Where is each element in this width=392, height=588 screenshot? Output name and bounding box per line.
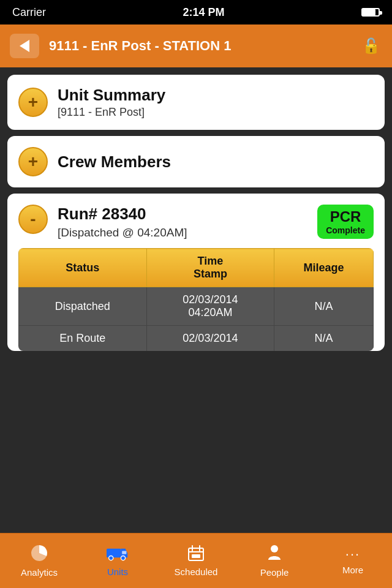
carrier-label: Carrier xyxy=(12,6,46,19)
pcr-label: PCR xyxy=(326,208,365,225)
cell-status: Dispatched xyxy=(19,287,147,326)
cell-mileage: N/A xyxy=(274,287,374,326)
status-indicators xyxy=(361,8,380,17)
nav-item-people[interactable]: People xyxy=(235,539,314,582)
scheduled-label: Scheduled xyxy=(175,567,218,577)
analytics-icon xyxy=(30,544,48,565)
more-icon: ··· xyxy=(345,546,360,562)
header-title: 9111 - EnR Post - STATION 1 xyxy=(49,38,350,54)
run-text: Run# 28340 [Dispatched @ 04:20AM] xyxy=(58,205,307,239)
unit-summary-subtitle: [9111 - EnR Post] xyxy=(58,106,374,119)
col-timestamp: TimeStamp xyxy=(146,249,274,287)
cell-mileage: N/A xyxy=(274,326,374,352)
svg-rect-9 xyxy=(192,554,200,558)
svg-point-2 xyxy=(109,556,113,560)
nav-item-more[interactable]: ··· More xyxy=(314,541,392,580)
cell-timestamp: 02/03/2014 xyxy=(146,326,274,352)
unit-summary-expand-button[interactable]: + xyxy=(18,88,48,117)
header: 9111 - EnR Post - STATION 1 🔓 xyxy=(0,24,392,67)
back-button[interactable] xyxy=(10,34,39,58)
svg-point-10 xyxy=(271,545,278,552)
time-label: 2:14 PM xyxy=(183,6,224,19)
people-icon xyxy=(266,544,283,565)
pcr-badge[interactable]: PCR Complete xyxy=(317,205,374,239)
units-label: Units xyxy=(107,567,128,577)
unit-summary-title: Unit Summary xyxy=(58,86,374,105)
cell-status: En Route xyxy=(19,326,147,352)
status-bar: Carrier 2:14 PM xyxy=(0,0,392,24)
bottom-nav: Analytics Units Scheduled xyxy=(0,533,392,588)
crew-members-text: Crew Members xyxy=(58,153,374,172)
people-label: People xyxy=(260,567,289,578)
col-status: Status xyxy=(19,249,147,287)
scheduled-icon xyxy=(187,545,205,564)
run-table: Status TimeStamp Mileage Dispatched02/03… xyxy=(18,248,374,351)
battery-icon xyxy=(361,8,380,17)
table-row: Dispatched02/03/201404:20AMN/A xyxy=(19,287,374,326)
run-expand-button[interactable]: - xyxy=(18,205,48,234)
run-card: - Run# 28340 [Dispatched @ 04:20AM] PCR … xyxy=(7,194,385,351)
svg-rect-4 xyxy=(122,551,126,554)
col-mileage: Mileage xyxy=(274,249,374,287)
units-icon xyxy=(107,545,129,564)
lock-icon[interactable]: 🔓 xyxy=(360,35,382,57)
crew-members-card: + Crew Members xyxy=(7,136,385,187)
pcr-status: Complete xyxy=(326,225,365,235)
unit-summary-card: + Unit Summary [9111 - EnR Post] xyxy=(7,75,385,130)
back-arrow-icon xyxy=(20,40,29,52)
run-card-header: - Run# 28340 [Dispatched @ 04:20AM] PCR … xyxy=(18,205,374,239)
unit-summary-text: Unit Summary [9111 - EnR Post] xyxy=(58,86,374,119)
more-label: More xyxy=(342,565,363,575)
nav-item-units[interactable]: Units xyxy=(78,540,157,582)
crew-members-title: Crew Members xyxy=(58,153,374,172)
nav-item-analytics[interactable]: Analytics xyxy=(0,539,78,582)
nav-item-scheduled[interactable]: Scheduled xyxy=(157,540,235,582)
svg-rect-0 xyxy=(107,549,121,557)
crew-members-expand-button[interactable]: + xyxy=(18,147,48,176)
cell-timestamp: 02/03/201404:20AM xyxy=(146,287,274,326)
main-content: + Unit Summary [9111 - EnR Post] + Crew … xyxy=(0,67,392,533)
analytics-label: Analytics xyxy=(21,567,58,578)
run-title: Run# 28340 xyxy=(58,205,307,224)
run-subtitle: [Dispatched @ 04:20AM] xyxy=(58,226,307,239)
svg-point-3 xyxy=(121,556,125,560)
table-row: En Route02/03/2014N/A xyxy=(19,326,374,352)
